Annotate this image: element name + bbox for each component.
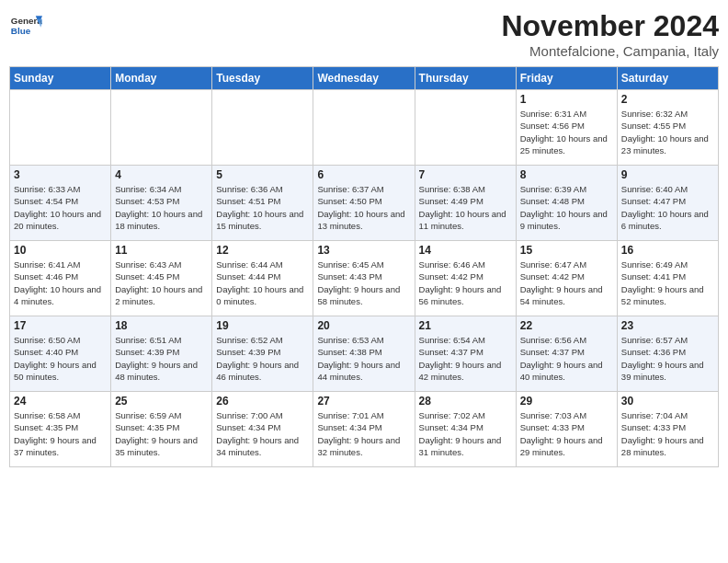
day-info: Sunrise: 6:34 AMSunset: 4:53 PMDaylight:…	[115, 183, 208, 232]
calendar-cell: 16Sunrise: 6:49 AMSunset: 4:41 PMDayligh…	[617, 241, 718, 316]
day-number: 19	[216, 319, 309, 332]
page-header: General Blue November 2024 Montefalcione…	[9, 9, 719, 59]
calendar-cell: 12Sunrise: 6:44 AMSunset: 4:44 PMDayligh…	[212, 241, 313, 316]
day-info: Sunrise: 6:33 AMSunset: 4:54 PMDaylight:…	[14, 183, 107, 232]
calendar-week-row: 10Sunrise: 6:41 AMSunset: 4:46 PMDayligh…	[10, 241, 719, 316]
day-info: Sunrise: 6:47 AMSunset: 4:42 PMDaylight:…	[520, 259, 613, 307]
day-info: Sunrise: 7:04 AMSunset: 4:33 PMDaylight:…	[621, 409, 714, 458]
day-info: Sunrise: 6:59 AMSunset: 4:35 PMDaylight:…	[115, 409, 208, 458]
day-number: 25	[115, 395, 208, 408]
day-info: Sunrise: 6:36 AMSunset: 4:51 PMDaylight:…	[216, 183, 309, 232]
day-info: Sunrise: 6:43 AMSunset: 4:45 PMDaylight:…	[115, 259, 208, 307]
calendar-week-row: 24Sunrise: 6:58 AMSunset: 4:35 PMDayligh…	[10, 392, 719, 467]
day-number: 21	[419, 319, 512, 332]
calendar-cell: 10Sunrise: 6:41 AMSunset: 4:46 PMDayligh…	[10, 241, 111, 316]
calendar-cell: 7Sunrise: 6:38 AMSunset: 4:49 PMDaylight…	[415, 166, 516, 241]
calendar-cell: 9Sunrise: 6:40 AMSunset: 4:47 PMDaylight…	[617, 166, 718, 241]
day-number: 8	[520, 168, 613, 181]
day-number: 24	[14, 395, 107, 408]
calendar-cell: 3Sunrise: 6:33 AMSunset: 4:54 PMDaylight…	[10, 166, 111, 241]
month-title: November 2024	[501, 9, 719, 43]
calendar-cell: 28Sunrise: 7:02 AMSunset: 4:34 PMDayligh…	[415, 392, 516, 467]
calendar-cell: 19Sunrise: 6:52 AMSunset: 4:39 PMDayligh…	[212, 316, 313, 392]
day-number: 27	[317, 395, 410, 408]
day-number: 4	[115, 168, 208, 181]
day-info: Sunrise: 6:41 AMSunset: 4:46 PMDaylight:…	[14, 259, 107, 307]
day-info: Sunrise: 6:37 AMSunset: 4:50 PMDaylight:…	[317, 183, 410, 232]
weekday-header: Friday	[516, 67, 617, 90]
day-info: Sunrise: 6:46 AMSunset: 4:42 PMDaylight:…	[419, 259, 512, 307]
day-info: Sunrise: 7:01 AMSunset: 4:34 PMDaylight:…	[317, 409, 410, 458]
day-number: 6	[317, 168, 410, 181]
day-info: Sunrise: 6:56 AMSunset: 4:37 PMDaylight:…	[520, 334, 613, 383]
day-info: Sunrise: 7:00 AMSunset: 4:34 PMDaylight:…	[216, 409, 309, 458]
calendar-cell: 2Sunrise: 6:32 AMSunset: 4:55 PMDaylight…	[617, 90, 718, 166]
calendar-cell: 11Sunrise: 6:43 AMSunset: 4:45 PMDayligh…	[111, 241, 212, 316]
day-number: 5	[216, 168, 309, 181]
calendar-cell: 20Sunrise: 6:53 AMSunset: 4:38 PMDayligh…	[313, 316, 415, 392]
day-number: 13	[317, 244, 410, 257]
day-info: Sunrise: 6:57 AMSunset: 4:36 PMDaylight:…	[621, 334, 714, 383]
calendar-cell: 25Sunrise: 6:59 AMSunset: 4:35 PMDayligh…	[111, 392, 212, 467]
day-number: 1	[520, 93, 613, 106]
day-number: 3	[14, 168, 107, 181]
weekday-header: Monday	[111, 67, 212, 90]
day-number: 2	[621, 93, 714, 106]
day-number: 22	[520, 319, 613, 332]
svg-text:Blue: Blue	[11, 26, 31, 36]
calendar-cell: 5Sunrise: 6:36 AMSunset: 4:51 PMDaylight…	[212, 166, 313, 241]
day-number: 16	[621, 244, 714, 257]
calendar-week-row: 1Sunrise: 6:31 AMSunset: 4:56 PMDaylight…	[10, 90, 719, 166]
calendar-cell: 26Sunrise: 7:00 AMSunset: 4:34 PMDayligh…	[212, 392, 313, 467]
day-info: Sunrise: 6:53 AMSunset: 4:38 PMDaylight:…	[317, 334, 410, 383]
calendar-cell: 22Sunrise: 6:56 AMSunset: 4:37 PMDayligh…	[516, 316, 617, 392]
weekday-header: Sunday	[10, 67, 111, 90]
day-number: 12	[216, 244, 309, 257]
day-number: 9	[621, 168, 714, 181]
calendar-cell: 29Sunrise: 7:03 AMSunset: 4:33 PMDayligh…	[516, 392, 617, 467]
day-number: 18	[115, 319, 208, 332]
day-number: 29	[520, 395, 613, 408]
day-number: 14	[419, 244, 512, 257]
calendar-cell	[111, 90, 212, 166]
calendar-cell	[10, 90, 111, 166]
calendar-cell: 6Sunrise: 6:37 AMSunset: 4:50 PMDaylight…	[313, 166, 415, 241]
calendar-cell	[212, 90, 313, 166]
weekday-header: Thursday	[415, 67, 516, 90]
calendar-cell: 30Sunrise: 7:04 AMSunset: 4:33 PMDayligh…	[617, 392, 718, 467]
day-number: 30	[621, 395, 714, 408]
day-info: Sunrise: 6:52 AMSunset: 4:39 PMDaylight:…	[216, 334, 309, 383]
day-info: Sunrise: 6:51 AMSunset: 4:39 PMDaylight:…	[115, 334, 208, 383]
day-number: 20	[317, 319, 410, 332]
day-number: 23	[621, 319, 714, 332]
day-number: 7	[419, 168, 512, 181]
calendar-cell: 8Sunrise: 6:39 AMSunset: 4:48 PMDaylight…	[516, 166, 617, 241]
day-info: Sunrise: 6:45 AMSunset: 4:43 PMDaylight:…	[317, 259, 410, 307]
day-info: Sunrise: 6:49 AMSunset: 4:41 PMDaylight:…	[621, 259, 714, 307]
day-info: Sunrise: 7:02 AMSunset: 4:34 PMDaylight:…	[419, 409, 512, 458]
day-info: Sunrise: 6:50 AMSunset: 4:40 PMDaylight:…	[14, 334, 107, 383]
day-info: Sunrise: 6:58 AMSunset: 4:35 PMDaylight:…	[14, 409, 107, 458]
day-info: Sunrise: 6:38 AMSunset: 4:49 PMDaylight:…	[419, 183, 512, 232]
weekday-header: Tuesday	[212, 67, 313, 90]
calendar-cell	[313, 90, 415, 166]
calendar-cell	[415, 90, 516, 166]
calendar-week-row: 17Sunrise: 6:50 AMSunset: 4:40 PMDayligh…	[10, 316, 719, 392]
calendar-cell: 27Sunrise: 7:01 AMSunset: 4:34 PMDayligh…	[313, 392, 415, 467]
day-info: Sunrise: 7:03 AMSunset: 4:33 PMDaylight:…	[520, 409, 613, 458]
calendar-cell: 14Sunrise: 6:46 AMSunset: 4:42 PMDayligh…	[415, 241, 516, 316]
calendar-cell: 13Sunrise: 6:45 AMSunset: 4:43 PMDayligh…	[313, 241, 415, 316]
day-info: Sunrise: 6:44 AMSunset: 4:44 PMDaylight:…	[216, 259, 309, 307]
day-info: Sunrise: 6:32 AMSunset: 4:55 PMDaylight:…	[621, 108, 714, 156]
day-number: 28	[419, 395, 512, 408]
day-info: Sunrise: 6:40 AMSunset: 4:47 PMDaylight:…	[621, 183, 714, 232]
calendar-week-row: 3Sunrise: 6:33 AMSunset: 4:54 PMDaylight…	[10, 166, 719, 241]
calendar-cell: 1Sunrise: 6:31 AMSunset: 4:56 PMDaylight…	[516, 90, 617, 166]
day-number: 17	[14, 319, 107, 332]
calendar-cell: 21Sunrise: 6:54 AMSunset: 4:37 PMDayligh…	[415, 316, 516, 392]
calendar-cell: 23Sunrise: 6:57 AMSunset: 4:36 PMDayligh…	[617, 316, 718, 392]
day-number: 11	[115, 244, 208, 257]
calendar-cell: 18Sunrise: 6:51 AMSunset: 4:39 PMDayligh…	[111, 316, 212, 392]
logo-icon: General Blue	[9, 9, 42, 42]
calendar-table: SundayMondayTuesdayWednesdayThursdayFrid…	[9, 66, 719, 467]
